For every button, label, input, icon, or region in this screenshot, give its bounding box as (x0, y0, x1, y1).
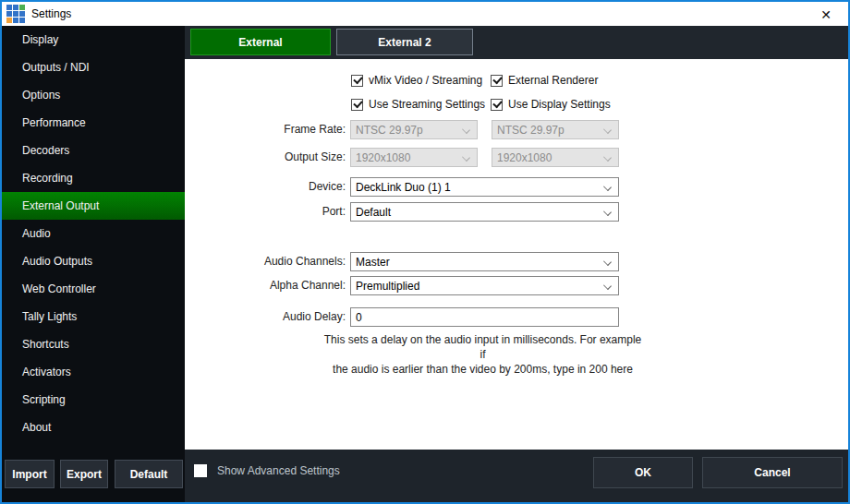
audio-delay-input[interactable]: 0 (350, 307, 619, 327)
sidebar-item-label: Performance (22, 116, 86, 129)
sidebar-item-label: Outputs / NDI (22, 61, 90, 74)
sidebar-item-shortcuts[interactable]: Shortcuts (2, 330, 185, 358)
show-advanced-settings-checkbox[interactable]: Show Advanced Settings (194, 464, 340, 477)
sidebar-item-about[interactable]: About (2, 414, 185, 441)
help-line-2: the audio is earlier than the video by 2… (323, 362, 642, 377)
output-size-value: 1920x1080 (356, 151, 410, 164)
sidebar-item-label: Web Controller (22, 282, 96, 295)
tab-external[interactable]: External (190, 29, 331, 55)
output-size-label: Output Size: (261, 148, 346, 167)
checkbox-icon (491, 75, 503, 87)
alpha-channel-select[interactable]: Premultiplied (350, 276, 619, 295)
sidebar-item-label: Scripting (22, 393, 66, 406)
checkbox-label: vMix Video / Streaming (369, 74, 482, 87)
chevron-down-icon (462, 126, 470, 134)
chevron-down-icon (603, 183, 612, 191)
device-select[interactable]: DeckLink Duo (1) 1 (350, 177, 619, 197)
chevron-down-icon (603, 282, 612, 290)
alpha-channel-label: Alpha Channel: (261, 276, 346, 295)
sidebar-item-options[interactable]: Options (2, 81, 185, 109)
checkbox-label: External Renderer (508, 74, 598, 87)
cancel-button[interactable]: Cancel (702, 457, 843, 488)
output-size-select-1: 1920x1080 (350, 148, 478, 167)
vmix-logo-icon (6, 5, 25, 23)
sidebar-item-audio[interactable]: Audio (2, 220, 185, 247)
external-output-form: vMix Video / Streaming External Renderer… (185, 59, 848, 450)
chevron-down-icon (603, 153, 612, 162)
sidebar-footer-buttons: Import Export Default (5, 460, 188, 488)
port-select[interactable]: Default (350, 202, 619, 222)
sidebar-item-label: Recording (22, 172, 73, 185)
checkbox-icon (351, 99, 363, 111)
device-value: DeckLink Duo (1) 1 (356, 181, 451, 194)
sidebar-item-recording[interactable]: Recording (2, 164, 185, 192)
sidebar-item-outputs-ndi[interactable]: Outputs / NDI (2, 54, 185, 81)
sidebar-item-label: External Output (22, 199, 99, 212)
sidebar-item-decoders[interactable]: Decoders (2, 137, 185, 164)
checkbox-icon (351, 75, 363, 87)
audio-channels-select[interactable]: Master (350, 252, 619, 271)
checkbox-icon (194, 464, 207, 477)
settings-window: Settings ✕ Display Outputs / NDI Options… (0, 0, 850, 504)
sidebar-item-label: Activators (22, 366, 71, 378)
port-value: Default (356, 206, 391, 219)
import-button[interactable]: Import (5, 460, 55, 488)
frame-rate-label: Frame Rate: (261, 120, 346, 139)
frame-rate-value: NTSC 29.97p (356, 124, 423, 137)
sidebar-item-label: Options (22, 89, 60, 102)
audio-channels-value: Master (356, 256, 390, 269)
alpha-channel-value: Premultiplied (356, 280, 419, 293)
sidebar-item-audio-outputs[interactable]: Audio Outputs (2, 247, 185, 275)
checkbox-label: Use Streaming Settings (369, 98, 485, 111)
sidebar-item-external-output[interactable]: External Output (2, 192, 185, 220)
sidebar-item-display[interactable]: Display (2, 26, 185, 54)
checkbox-label: Use Display Settings (508, 98, 611, 111)
frame-rate-value: NTSC 29.97p (497, 124, 565, 137)
sidebar-item-label: Tally Lights (22, 310, 77, 323)
sidebar-item-web-controller[interactable]: Web Controller (2, 275, 185, 303)
device-label: Device: (261, 177, 346, 197)
sidebar-item-label: Audio Outputs (22, 255, 92, 268)
sidebar-item-label: Decoders (22, 144, 69, 157)
chevron-down-icon (603, 126, 612, 134)
ok-button[interactable]: OK (593, 457, 693, 488)
checkbox-icon (491, 99, 503, 111)
tab-strip: External External 2 (185, 26, 848, 59)
sidebar-item-performance[interactable]: Performance (2, 109, 185, 137)
footer-bar: Show Advanced Settings OK Cancel (185, 450, 848, 502)
chevron-down-icon (462, 153, 470, 162)
sidebar-item-tally-lights[interactable]: Tally Lights (2, 303, 185, 330)
vmix-video-streaming-checkbox[interactable]: vMix Video / Streaming (351, 74, 482, 87)
export-button[interactable]: Export (60, 460, 108, 488)
sidebar-item-label: Display (22, 33, 58, 46)
chevron-down-icon (603, 208, 612, 216)
frame-rate-select-1: NTSC 29.97p (350, 120, 478, 139)
chevron-down-icon (603, 258, 612, 266)
sidebar-item-label: Shortcuts (22, 338, 69, 351)
audio-delay-help: This sets a delay on the audio input in … (323, 332, 642, 377)
checkbox-label: Show Advanced Settings (217, 464, 340, 477)
settings-sidebar: Display Outputs / NDI Options Performanc… (2, 26, 185, 502)
output-size-value: 1920x1080 (497, 151, 552, 164)
main-panel: External External 2 vMix Video / Streami… (185, 26, 848, 502)
use-streaming-settings-checkbox[interactable]: Use Streaming Settings (351, 98, 485, 111)
sidebar-item-label: About (22, 421, 51, 434)
tab-external-2[interactable]: External 2 (336, 29, 473, 55)
sidebar-item-activators[interactable]: Activators (2, 358, 185, 386)
help-line-1: This sets a delay on the audio input in … (323, 332, 642, 362)
sidebar-item-label: Audio (22, 227, 51, 240)
audio-delay-value: 0 (356, 311, 362, 324)
audio-delay-label: Audio Delay: (261, 307, 346, 327)
title-bar: Settings ✕ (2, 2, 848, 26)
window-title: Settings (31, 7, 71, 20)
frame-rate-select-2: NTSC 29.97p (492, 120, 619, 139)
output-size-select-2: 1920x1080 (492, 148, 619, 167)
close-icon[interactable]: ✕ (817, 6, 835, 24)
port-label: Port: (261, 202, 346, 222)
external-renderer-checkbox[interactable]: External Renderer (491, 74, 598, 87)
audio-channels-label: Audio Channels: (261, 252, 346, 271)
default-button[interactable]: Default (115, 460, 183, 488)
use-display-settings-checkbox[interactable]: Use Display Settings (491, 98, 611, 111)
sidebar-item-scripting[interactable]: Scripting (2, 386, 185, 414)
